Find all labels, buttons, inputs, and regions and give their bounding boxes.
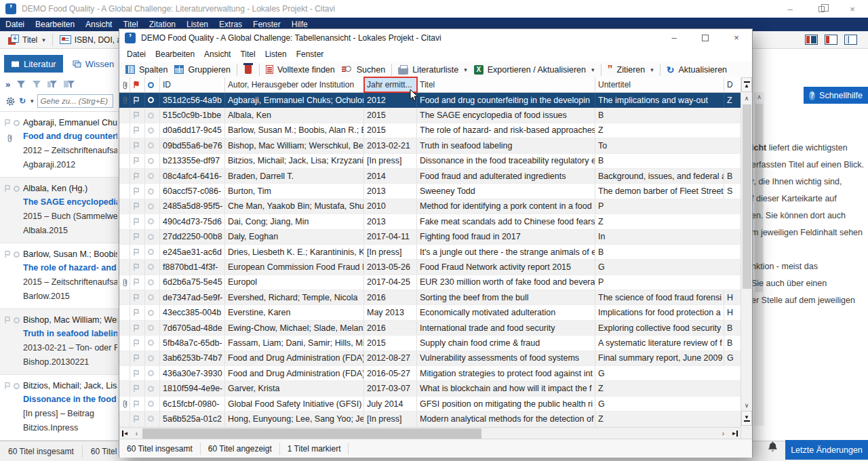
table-row[interactable]: 515c0c9b-1bbe Albala, Ken 2015 The SAGE … xyxy=(119,108,752,123)
cell-circle[interactable] xyxy=(145,397,160,411)
table-row[interactable]: f8870bd1-4f3f- European Commission Food … xyxy=(119,260,752,275)
reference-list-item[interactable]: Bishop, Mac William; Wers Truth in seafo… xyxy=(0,309,119,375)
cell-circle[interactable] xyxy=(145,351,160,365)
table-row[interactable]: de7347ad-5e9f- Evershed, Richard; Temple… xyxy=(119,290,752,305)
layout-two-pane-icon[interactable] xyxy=(825,35,837,45)
cell-flag[interactable] xyxy=(130,184,145,198)
cell-flag[interactable] xyxy=(130,351,145,365)
table-row[interactable]: 2485a5d8-95f5- Che Man, Yaakob Bin; Must… xyxy=(119,199,752,214)
table-row[interactable]: 351d2c56-4a9b Agbaraji, Emmanuel Chuks; … xyxy=(119,93,752,108)
header-id[interactable]: ID xyxy=(160,77,225,92)
reference-list-item[interactable]: Agbaraji, Emmanuel Chuks Food and drug c… xyxy=(0,112,119,178)
tab-literatur[interactable]: Literatur xyxy=(4,55,63,73)
gear-icon[interactable] xyxy=(5,96,16,106)
layout-three-pane-icon[interactable] xyxy=(805,35,818,45)
header-attachment[interactable] xyxy=(119,77,130,92)
layout-one-pane-icon[interactable] xyxy=(844,35,857,45)
filter-forward-icon[interactable] xyxy=(32,80,41,89)
scroll-to-first-button[interactable]: ▲ xyxy=(741,77,752,92)
header-flag[interactable] xyxy=(130,77,145,92)
chevron-down-icon[interactable]: ▾ xyxy=(31,98,34,104)
menu-item[interactable]: Datei xyxy=(0,18,30,31)
table-row[interactable]: 5a6b525a-01c2 Hong, Eunyoung; Lee, Sang … xyxy=(119,412,752,426)
cell-flag[interactable] xyxy=(130,199,145,214)
filter-table-icon[interactable] xyxy=(64,80,75,89)
cell-flag[interactable] xyxy=(130,93,145,107)
table-row[interactable]: 27dd2250-00b8 Daly, Eoghan 2017-04-11 Fi… xyxy=(119,230,752,245)
scroll-to-last-column-button[interactable]: ► xyxy=(729,428,741,439)
table-row[interactable]: 490c4d73-75d6 Dai, Cong; Jiang, Min 2013… xyxy=(119,214,752,229)
table-row[interactable]: 6c15fcbf-0980- Global Food Safety Initia… xyxy=(119,397,752,412)
table-row[interactable]: 3ab6253b-74b7 Food and Drug Administrati… xyxy=(119,351,752,366)
table-row[interactable]: 09bd55a6-be76 Bishop, Mac William; Wersc… xyxy=(119,138,752,153)
suchen-button[interactable]: Suchen xyxy=(338,62,389,78)
cell-circle[interactable] xyxy=(145,290,160,304)
dialog-minimize-button[interactable]: – xyxy=(658,29,690,47)
main-minimize-button[interactable]: – xyxy=(774,0,806,18)
cell-flag[interactable] xyxy=(130,321,145,335)
cell-circle[interactable] xyxy=(145,138,160,153)
menu-item[interactable]: Ansicht xyxy=(80,18,117,31)
titel-button[interactable]: + Titel ▾ xyxy=(4,32,50,48)
header-author[interactable]: Autor, Herausgeber oder Institution xyxy=(225,77,364,92)
reference-list-item[interactable]: Barlow, Susan M.; Boobis, The role of ha… xyxy=(0,243,119,309)
menu-item[interactable]: Fenster xyxy=(292,49,329,59)
cell-flag[interactable] xyxy=(130,366,145,380)
cell-flag[interactable] xyxy=(130,305,145,319)
spalten-button[interactable]: Spalten xyxy=(122,62,171,78)
cell-circle[interactable] xyxy=(145,108,160,122)
reference-title[interactable]: The role of hazard- and r xyxy=(23,260,117,275)
cell-circle[interactable] xyxy=(145,275,160,289)
cell-circle[interactable] xyxy=(145,123,160,138)
cell-flag[interactable] xyxy=(130,245,145,259)
table-row[interactable]: 08c4afc4-6416- Braden, Darrell T. 2014 F… xyxy=(119,169,752,184)
cell-flag[interactable] xyxy=(130,260,145,274)
goto-input[interactable] xyxy=(37,94,113,108)
cell-flag[interactable] xyxy=(130,169,145,183)
tab-wissen[interactable]: Wissen xyxy=(66,55,121,73)
cell-circle[interactable] xyxy=(145,305,160,319)
cell-circle[interactable] xyxy=(145,93,160,107)
reference-title[interactable]: The SAGE encyclopedia o xyxy=(23,195,117,209)
table-row[interactable]: 7d6705ad-48de Ewing-Chow, Michael; Slade… xyxy=(119,321,752,336)
main-restore-button[interactable] xyxy=(806,0,837,18)
menu-item[interactable]: Datei xyxy=(122,49,151,59)
literaturliste-button[interactable]: Literaturliste ▾ xyxy=(395,62,471,78)
main-close-button[interactable]: × xyxy=(837,0,868,18)
menu-item[interactable]: Listen xyxy=(260,49,292,59)
cell-circle[interactable] xyxy=(145,169,160,183)
cell-circle[interactable] xyxy=(145,184,160,198)
scrollbar-thumb[interactable] xyxy=(142,428,481,439)
header-circle[interactable] xyxy=(145,77,160,92)
letzte-aenderungen-button[interactable]: Letzte Änderungen xyxy=(785,440,868,460)
menu-item[interactable]: Titel xyxy=(235,49,260,59)
dialog-maximize-button[interactable] xyxy=(690,29,721,47)
cell-circle[interactable] xyxy=(145,366,160,380)
table-row[interactable]: 1810f594-4e9e- Garver, Krista 2017-03-07… xyxy=(119,381,752,396)
schnellhilfe-button[interactable]: ? Schnellhilfe xyxy=(804,87,868,104)
menu-item[interactable]: Ansicht xyxy=(199,49,235,59)
scroll-down-button[interactable]: ∨ xyxy=(741,399,752,411)
cell-circle[interactable] xyxy=(145,154,160,168)
table-row[interactable]: 6d2b6a75-5e45 Europol 2017-04-25 EUR 230… xyxy=(119,275,752,290)
cell-circle[interactable] xyxy=(145,260,160,274)
header-subtitle[interactable]: Untertitel xyxy=(595,77,724,92)
cell-flag[interactable] xyxy=(130,214,145,228)
scroll-right-button[interactable]: › xyxy=(717,428,729,439)
reference-title[interactable]: Food and drug counterfe xyxy=(23,129,117,144)
dialog-close-button[interactable]: × xyxy=(721,29,752,47)
cell-flag[interactable] xyxy=(130,154,145,168)
table-row[interactable]: b213355e-df97 Bitzios, Michail; Jack, Li… xyxy=(119,154,752,169)
cell-flag[interactable] xyxy=(130,397,145,411)
cell-flag[interactable] xyxy=(130,108,145,122)
header-title[interactable]: Titel xyxy=(417,77,595,92)
aktualisieren-button[interactable]: ↻ Aktualisieren xyxy=(663,62,730,78)
menu-item[interactable]: Bearbeiten xyxy=(151,49,199,59)
cell-flag[interactable] xyxy=(130,290,145,304)
table-row[interactable]: e245ae31-ac6d Dries, Liesbeth K. E.; Kar… xyxy=(119,245,752,260)
cell-circle[interactable] xyxy=(145,381,160,395)
cell-flag[interactable] xyxy=(130,275,145,289)
table-vertical-scrollbar[interactable]: ▲ ∧ ∨ ▼ xyxy=(741,77,752,446)
scroll-up-button[interactable]: ∧ xyxy=(741,92,752,104)
reference-title[interactable]: Dissonance in the food t xyxy=(23,392,117,407)
